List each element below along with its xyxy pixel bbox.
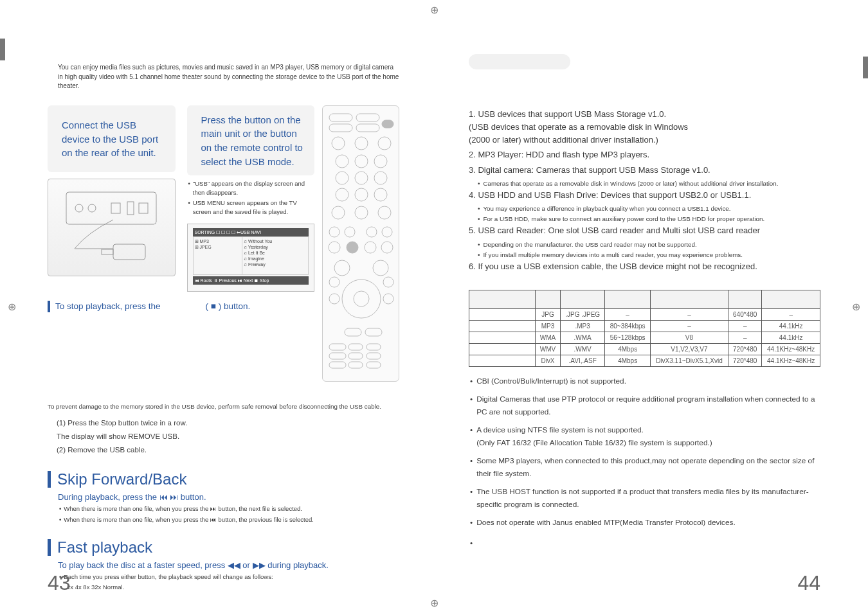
compat-item: 2. MP3 Player: HDD and flash type MP3 pl… [469,148,820,161]
svg-rect-5 [139,203,148,213]
table-cell: 44.1kHz [762,320,820,332]
skip-bullet-2: When there is more than one file, when y… [58,515,399,524]
svg-point-34 [365,242,376,253]
table-cell: – [728,332,762,343]
table-cell [469,343,536,355]
table-cell: 4Mbps [605,355,650,366]
table-cell: 44.1KHz~48KHz [762,343,820,355]
svg-rect-9 [356,114,379,121]
note-item: The USB HOST function is not supported i… [469,485,820,511]
skip-bullet-1: When there is more than one file, when y… [58,504,399,513]
svg-point-43 [383,277,393,287]
compat-item: 3. Digital camera: Cameras that support … [469,164,820,177]
step1-text: Connect the USB device to the USB port o… [62,118,167,160]
table-cell: 640*480 [728,308,762,320]
svg-point-28 [329,227,339,237]
nav-song-2: ♫ Yesterday [244,244,307,250]
nav-song-3: ♫ Let It Be [244,250,307,256]
th-blank-1 [536,290,561,308]
table-row: JPG.JPG .JPEG––640*480– [469,308,820,320]
restrictions-notes: CBI (Control/Bulk/Interrupt) is not supp… [469,375,820,529]
svg-point-38 [342,280,381,318]
table-cell [469,355,536,366]
nav-folder-2: ⊞ JPEG [195,244,240,250]
table-cell: MP3 [536,320,561,332]
nav-footer: ⏮ Roots ⏸ Previous ⏭ Next ⏹ Stop [193,276,309,285]
table-cell: WMV [536,343,561,355]
table-cell: 80~384kbps [605,320,650,332]
compat-item: 1. USB devices that support USB Mass Sto… [469,108,820,147]
format-support-table: JPG.JPG .JPEG––640*480–MP3.MP380~384kbps… [469,290,820,367]
table-cell: .WMA [560,332,605,343]
svg-point-36 [334,260,350,276]
svg-point-14 [355,137,368,150]
table-cell: DivX3.11~DivX5.1,Xvid [650,355,728,366]
table-cell: – [605,308,650,320]
svg-point-32 [329,242,340,253]
svg-point-2 [88,204,96,212]
table-cell: 44.1kHz [762,332,820,343]
note-item: Digital Cameras that use PTP protocol or… [469,393,820,418]
svg-point-42 [329,277,339,287]
svg-point-15 [378,137,391,150]
compat-subitem: For a USB HDD, make sure to connect an a… [478,214,820,224]
compat-item: 5. USB card Reader: One slot USB card re… [469,224,820,237]
note-item: A device using NTFS file system is not s… [469,423,820,449]
table-cell: WMA [536,332,561,343]
svg-point-35 [381,242,393,253]
table-cell: 720*480 [728,343,762,355]
svg-rect-6 [113,244,145,260]
stop-line-a: To stop playback, press the [55,301,161,311]
svg-point-39 [354,291,369,306]
svg-point-26 [355,206,368,219]
svg-rect-49 [329,353,346,359]
trailing-bullet [469,537,820,549]
th-blank-5 [728,290,762,308]
compat-subitem: You may experience a difference in playb… [478,204,820,213]
svg-rect-4 [127,202,134,215]
nav-song-5: ♫ Freeway [244,262,307,267]
svg-rect-48 [366,344,381,350]
svg-point-41 [383,294,393,304]
svg-point-27 [378,206,391,219]
note-item: Does not operate with Janus enabled MTP(… [469,516,820,529]
table-cell: 44.1KHz~48KHz [762,355,820,366]
svg-point-30 [366,227,377,237]
nav-folder-1: ⊞ MP3 [195,238,240,244]
nav-title: SORTING ☐ ☐ ☐ ☐ ⬅USB NAVI [193,228,309,236]
section-bar-icon [48,471,51,488]
rear-panel-diagram [48,179,176,276]
svg-point-21 [374,172,387,184]
table-cell [469,308,536,320]
table-cell: .MP3 [560,320,605,332]
table-cell: 720*480 [728,355,762,366]
th-blank-0 [469,290,536,308]
th-blank-6 [762,290,820,308]
table-cell [469,332,536,343]
compat-subitem: If you install multiple memory devices i… [478,250,820,260]
section-skip-title: Skip Forward/Back [57,470,186,488]
safe-step-2: (2) Remove the USB cable. [57,443,399,457]
step-2: Press the button on the main unit or the… [187,105,315,292]
table-cell: .AVI,.ASF [560,355,605,366]
section-pill [469,54,570,69]
stop-button-glyph: ( ■ ) button. [206,301,251,311]
table-cell: JPG [536,308,561,320]
svg-point-18 [374,155,387,168]
section-bar-icon [48,539,51,556]
step-1: Connect the USB device to the USB port o… [48,105,176,292]
svg-rect-51 [366,353,381,359]
note-item: CBI (Control/Bulk/Interrupt) is not supp… [469,375,820,387]
nav-song-4: ♫ Imagine [244,256,307,262]
skip-blue-line: During playback, press the ⏮ ⏭ button. [58,492,399,502]
compat-subitem: Depending on the manufacturer. the USB c… [478,240,820,249]
page-right: 1. USB devices that support USB Mass Sto… [434,0,868,613]
right-tab [863,57,868,78]
svg-point-19 [336,172,348,184]
table-cell: – [762,308,820,320]
table-cell: 56~128kbps [605,332,650,343]
intro-text: You can enjoy media files such as pictur… [58,63,399,91]
svg-point-13 [332,137,345,150]
svg-point-33 [347,242,358,253]
usb-menu-screen: SORTING ☐ ☐ ☐ ☐ ⬅USB NAVI ⊞ MP3 ⊞ JPEG ♫… [187,224,315,292]
